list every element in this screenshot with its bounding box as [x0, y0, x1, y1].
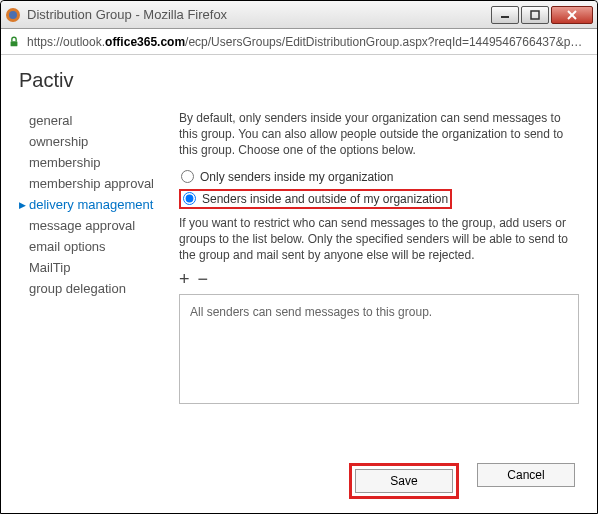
svg-point-1 [9, 11, 17, 19]
sidebar-item-mailtip[interactable]: ▶MailTip [19, 257, 179, 278]
titlebar: Distribution Group - Mozilla Firefox [1, 1, 597, 29]
sidebar-item-label: MailTip [29, 260, 70, 275]
radio-label: Only senders inside my organization [200, 170, 393, 184]
footer: Save Cancel [19, 453, 579, 503]
sidebar-item-label: delivery management [29, 197, 153, 212]
radio-only-inside[interactable]: Only senders inside my organization [179, 169, 579, 185]
senders-listbox[interactable]: All senders can send messages to this gr… [179, 294, 579, 404]
cancel-button[interactable]: Cancel [477, 463, 575, 487]
remove-icon[interactable]: − [198, 269, 211, 289]
svg-rect-3 [531, 11, 539, 19]
address-bar[interactable]: https://outlook.office365.com/ecp/UsersG… [1, 29, 597, 55]
sidebar-item-group-delegation[interactable]: ▶group delegation [19, 278, 179, 299]
minimize-button[interactable] [491, 6, 519, 24]
sidebar-item-label: membership approval [29, 176, 154, 191]
svg-rect-6 [11, 41, 18, 46]
sidebar-item-delivery-management[interactable]: ▶delivery management [19, 194, 179, 215]
url-text: https://outlook.office365.com/ecp/UsersG… [27, 35, 591, 49]
sidebar-item-email-options[interactable]: ▶email options [19, 236, 179, 257]
add-remove-controls: +− [179, 269, 579, 290]
sidebar-item-label: ownership [29, 134, 88, 149]
body: ▶general ▶ownership ▶membership ▶members… [19, 110, 579, 453]
sidebar-item-label: message approval [29, 218, 135, 233]
window-controls [491, 6, 593, 24]
listbox-placeholder: All senders can send messages to this gr… [190, 305, 432, 319]
sidebar-item-general[interactable]: ▶general [19, 110, 179, 131]
sidebar-item-label: group delegation [29, 281, 126, 296]
sidebar-item-message-approval[interactable]: ▶message approval [19, 215, 179, 236]
window: Distribution Group - Mozilla Firefox htt… [0, 0, 598, 514]
main-panel: By default, only senders inside your org… [179, 110, 579, 453]
sidebar-item-label: general [29, 113, 72, 128]
maximize-button[interactable] [521, 6, 549, 24]
save-button[interactable]: Save [355, 469, 453, 493]
lock-icon [7, 35, 21, 49]
content: Pactiv ▶general ▶ownership ▶membership ▶… [1, 55, 597, 513]
close-button[interactable] [551, 6, 593, 24]
restrict-text: If you want to restrict who can send mes… [179, 215, 579, 264]
page-title: Pactiv [19, 69, 579, 92]
sidebar-item-label: email options [29, 239, 106, 254]
save-highlight: Save [349, 463, 459, 499]
radio-inside-outside[interactable]: Senders inside and outside of my organiz… [179, 189, 452, 209]
sidebar-item-membership-approval[interactable]: ▶membership approval [19, 173, 179, 194]
add-icon[interactable]: + [179, 269, 192, 289]
radio-only-inside-input[interactable] [181, 170, 194, 183]
sidebar-item-membership[interactable]: ▶membership [19, 152, 179, 173]
firefox-icon [5, 7, 21, 23]
window-title: Distribution Group - Mozilla Firefox [27, 7, 491, 22]
radio-label: Senders inside and outside of my organiz… [202, 192, 448, 206]
sidebar: ▶general ▶ownership ▶membership ▶members… [19, 110, 179, 453]
radio-inside-outside-input[interactable] [183, 192, 196, 205]
intro-text: By default, only senders inside your org… [179, 110, 579, 159]
sidebar-item-label: membership [29, 155, 101, 170]
sidebar-item-ownership[interactable]: ▶ownership [19, 131, 179, 152]
